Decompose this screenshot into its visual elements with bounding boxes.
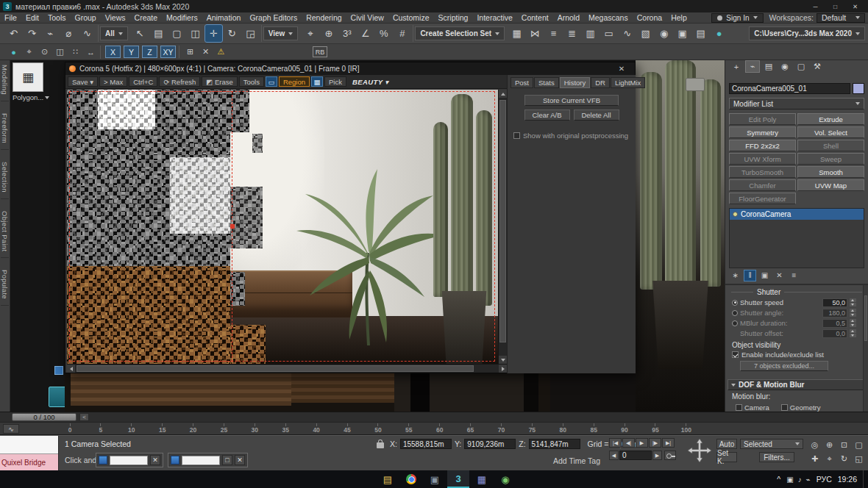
app-icon-dark[interactable]: ▣: [424, 470, 446, 488]
param-spinner[interactable]: [850, 319, 856, 327]
rendered-frame-icon[interactable]: ▤: [692, 25, 709, 42]
copy-button[interactable]: Ctrl+C: [129, 76, 157, 87]
bind-spacewarp-icon[interactable]: ∿: [79, 25, 96, 42]
track-bar[interactable]: ∿ 05101520253035404550556065707580859095…: [0, 422, 868, 435]
window-crossing-icon[interactable]: ◫: [187, 25, 204, 42]
objects-excluded-button[interactable]: 7 objects excluded...: [740, 361, 828, 371]
menu-item[interactable]: Create: [130, 12, 163, 24]
render-production-icon[interactable]: ●: [711, 25, 728, 42]
menu-item[interactable]: Content: [517, 12, 553, 24]
warning-icon[interactable]: ⚠: [214, 46, 228, 59]
param-radio[interactable]: [732, 310, 738, 316]
time-slider-prev-button[interactable]: <: [79, 413, 89, 421]
auto-key-button[interactable]: Auto: [716, 439, 737, 449]
param-value-field[interactable]: 0,5: [822, 319, 847, 328]
refresh-button[interactable]: ⟳ Refresh: [159, 76, 200, 87]
modifier-stack[interactable]: CoronaCamera: [729, 208, 864, 268]
menu-item[interactable]: Modifiers: [162, 12, 202, 24]
menu-item[interactable]: Tools: [43, 12, 71, 24]
select-manipulate-icon[interactable]: ⊕: [320, 25, 337, 42]
modifier-preset-button[interactable]: Vol. Select: [797, 126, 864, 138]
go-start-button[interactable]: |◀: [609, 438, 622, 448]
show-desktop-button[interactable]: [863, 470, 867, 488]
material-editor-icon[interactable]: ◉: [655, 25, 672, 42]
menu-item[interactable]: Graph Editors: [245, 12, 302, 24]
param-value-field[interactable]: 0,0: [822, 329, 847, 338]
floating-dialog-2[interactable]: □ ✕: [168, 453, 248, 467]
region-handle[interactable]: [230, 224, 235, 229]
orbit-icon[interactable]: ↻: [837, 452, 851, 465]
tools-button[interactable]: Tools: [239, 76, 264, 87]
section-icon[interactable]: ◫: [53, 46, 67, 59]
pan-icon[interactable]: ✚: [808, 452, 822, 465]
scroll-up-icon[interactable]: [499, 90, 507, 98]
frame-number-field[interactable]: 0: [619, 451, 652, 460]
menu-item[interactable]: Help: [666, 12, 691, 24]
edit-named-selections-icon[interactable]: ▦: [508, 25, 525, 42]
ribbon-tab[interactable]: Freeform: [1, 113, 9, 150]
clear-ab-button[interactable]: Clear A/B: [524, 110, 570, 121]
modifier-list-dropdown[interactable]: Modifier List: [729, 98, 864, 110]
modifier-preset-button[interactable]: UVW Map: [797, 179, 864, 191]
modifier-preset-button[interactable]: Shell: [797, 140, 864, 151]
chrome-icon[interactable]: [400, 470, 422, 488]
measure-icon[interactable]: ↔: [84, 46, 98, 59]
select-move-icon[interactable]: ✛: [205, 25, 222, 42]
maximize-viewport-icon[interactable]: ◱: [852, 452, 866, 465]
vfb-titlebar[interactable]: Corona 5 (Hotfix 2) | 480×600px (4:1) | …: [65, 62, 635, 75]
undo-icon[interactable]: ↶: [5, 25, 22, 42]
vfb-horizontal-scrollbar[interactable]: [67, 364, 507, 373]
select-place-icon[interactable]: ⌖: [22, 46, 36, 59]
param-radio[interactable]: [732, 320, 738, 326]
3dsmax-icon[interactable]: 3: [447, 470, 469, 488]
array-icon[interactable]: ∷: [68, 46, 82, 59]
play-button[interactable]: ▶: [636, 438, 648, 448]
set-key-button[interactable]: Set K.: [716, 452, 737, 462]
tab-lightmix[interactable]: LightMix: [611, 77, 645, 88]
create-selection-set-dropdown[interactable]: Create Selection Set: [415, 26, 505, 40]
x-coordinate-field[interactable]: 15588,815m: [400, 439, 452, 449]
menu-item[interactable]: Edit: [21, 12, 43, 24]
viewport-tools-widget[interactable]: [54, 366, 63, 375]
modifier-preset-button[interactable]: FFD 2x2x2: [729, 140, 796, 151]
pin-stack-icon[interactable]: ∗: [730, 270, 741, 281]
xview-icon[interactable]: ✕: [199, 46, 213, 59]
snap-use-axis-icon[interactable]: ⊞: [183, 46, 197, 59]
spinner-snap-icon[interactable]: #: [394, 25, 410, 42]
utilities-tab[interactable]: ⚒: [811, 61, 824, 72]
schematic-view-icon[interactable]: ▧: [637, 25, 654, 42]
tab-history[interactable]: History: [560, 77, 591, 88]
axis-xy-button[interactable]: XY: [160, 46, 176, 58]
ir-region-border[interactable]: [69, 91, 232, 362]
modifier-preset-button[interactable]: Sweep: [797, 153, 864, 165]
dock-max-button[interactable]: > Max: [99, 76, 127, 87]
modifier-preset-button[interactable]: Extrude: [797, 113, 864, 125]
selection-lock-toggle[interactable]: [377, 442, 384, 448]
add-time-tag[interactable]: Add Time Tag: [553, 456, 600, 465]
menu-item[interactable]: Group: [71, 12, 101, 24]
app-icon-2[interactable]: ▦: [471, 470, 493, 488]
go-end-button[interactable]: ▶|: [662, 438, 675, 448]
prev-frame-button[interactable]: ◀: [609, 451, 619, 460]
modifier-preset-button[interactable]: Smooth: [797, 166, 864, 178]
select-object-icon[interactable]: ↖: [132, 25, 149, 42]
render-canvas[interactable]: [67, 90, 498, 364]
maxscript-mini-listener[interactable]: Quixel Bridge: [0, 436, 59, 471]
key-filters-button[interactable]: Filters...: [759, 452, 794, 462]
time-slider-handle[interactable]: 0 / 100: [12, 413, 77, 421]
workspaces-dropdown[interactable]: Default: [817, 13, 865, 23]
beauty-dropdown[interactable]: BEAUTY ▾: [348, 76, 394, 87]
menu-item[interactable]: Civil View: [346, 12, 388, 24]
layer-explorer-icon[interactable]: ▥: [582, 25, 599, 42]
param-spinner[interactable]: [850, 309, 856, 317]
listener-pink-line[interactable]: Quixel Bridge: [0, 454, 58, 472]
ribbon-toggle-icon[interactable]: ▭: [600, 25, 617, 42]
select-by-name-icon[interactable]: ▤: [150, 25, 167, 42]
ribbon-tab[interactable]: Populate: [1, 270, 9, 306]
menu-item[interactable]: Interactive: [472, 12, 516, 24]
delete-all-button[interactable]: Delete All: [574, 110, 619, 121]
tab-dr[interactable]: DR: [591, 77, 610, 88]
corona-icon[interactable]: ◉: [494, 470, 516, 488]
curve-editor-icon[interactable]: ∿: [619, 25, 636, 42]
vfb-vertical-scrollbar[interactable]: [498, 90, 507, 364]
